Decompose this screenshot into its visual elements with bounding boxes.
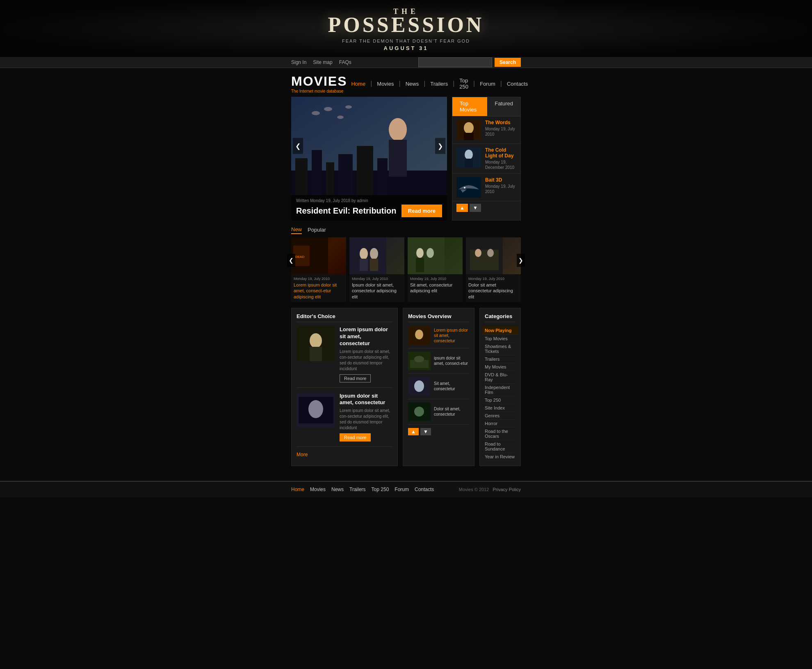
overview-arrow-up[interactable]: ▲ bbox=[408, 428, 419, 435]
nav-trailers[interactable]: Trailers bbox=[426, 79, 452, 89]
footer-top250[interactable]: Top 250 bbox=[372, 487, 389, 492]
ec-item-2: Ipsum dolor sit amet, consectetur Lorem … bbox=[297, 393, 392, 447]
movie-card-title-2[interactable]: Ipsum dolor sit amet, consectetur adipis… bbox=[352, 282, 402, 300]
side-movie-thumb-3 bbox=[456, 177, 481, 198]
side-movie-title-1[interactable]: The Words bbox=[485, 120, 516, 125]
cards-next-button[interactable]: ❯ bbox=[517, 254, 525, 267]
cat-item-genres[interactable]: Genres bbox=[485, 412, 515, 420]
categories: Categories Now Playing Top Movies Showti… bbox=[479, 308, 521, 466]
side-movie-title-2[interactable]: The Cold Light of Day bbox=[485, 147, 516, 159]
side-arrow-down[interactable]: ▼ bbox=[470, 204, 481, 212]
cat-item-year-review[interactable]: Year in Review bbox=[485, 453, 515, 461]
movies-overview: Movies Overview Lorem ipsum dolor sit am… bbox=[403, 308, 474, 466]
sitemap-link[interactable]: Site map bbox=[313, 59, 332, 65]
cat-item-top-movies[interactable]: Top Movies bbox=[485, 335, 515, 343]
nav-contacts[interactable]: Contacts bbox=[503, 79, 532, 89]
nav-sep-1: | bbox=[370, 80, 372, 87]
movie-card-2: Monday 19, July 2010 Ipsum dolor sit ame… bbox=[349, 237, 404, 302]
nav-news[interactable]: News bbox=[401, 79, 423, 89]
svg-rect-3 bbox=[312, 150, 322, 195]
svg-rect-34 bbox=[426, 258, 434, 272]
cat-item-indie[interactable]: Independent Film bbox=[485, 384, 515, 396]
movie-card-title-4[interactable]: Dolor sit amet consectetur adipiscing el… bbox=[468, 282, 518, 300]
slide-prev-button[interactable]: ❮ bbox=[293, 138, 303, 154]
nav-sep-6: | bbox=[500, 80, 502, 87]
cat-item-my-movies[interactable]: My Movies bbox=[485, 363, 515, 371]
movie-card-title-1[interactable]: Lorem ipsum dolor sit amet, consect-etur… bbox=[294, 282, 344, 300]
ec-read-more-2[interactable]: Read more bbox=[340, 433, 371, 441]
cat-item-dvd[interactable]: DVD & Blu-Ray bbox=[485, 371, 515, 384]
nav-movies[interactable]: Movies bbox=[373, 79, 398, 89]
movie-card-img-1: DEAD bbox=[291, 237, 346, 274]
svg-point-38 bbox=[487, 249, 494, 257]
nav-sep-2: | bbox=[399, 80, 401, 87]
cat-item-site-index[interactable]: Site Index bbox=[485, 404, 515, 412]
overview-title-3[interactable]: Sit amet, consectetur bbox=[434, 381, 469, 391]
overview-thumb-3 bbox=[408, 377, 431, 396]
cat-item-now-playing[interactable]: Now Playing bbox=[482, 326, 518, 335]
ec-read-more-1[interactable]: Read more bbox=[340, 374, 371, 382]
footer-contacts[interactable]: Contacts bbox=[415, 487, 434, 492]
cat-item-oscars[interactable]: Road to the Oscars bbox=[485, 428, 515, 440]
footer-forum[interactable]: Forum bbox=[395, 487, 409, 492]
nav-top250[interactable]: Top 250 bbox=[455, 76, 472, 91]
nav-forum[interactable]: Forum bbox=[476, 79, 500, 89]
movies-tab-new[interactable]: New bbox=[291, 225, 302, 234]
footer-trailers[interactable]: Trailers bbox=[349, 487, 366, 492]
cards-prev-button[interactable]: ❮ bbox=[287, 254, 295, 267]
svg-point-21 bbox=[464, 187, 465, 189]
card-art-4 bbox=[466, 237, 503, 274]
svg-rect-5 bbox=[338, 154, 353, 195]
footer-news[interactable]: News bbox=[331, 487, 344, 492]
ov-art-4 bbox=[408, 403, 431, 421]
svg-point-18 bbox=[465, 150, 473, 159]
signin-link[interactable]: Sign In bbox=[291, 59, 306, 65]
site-footer: Home Movies News Trailers Top 250 Forum … bbox=[0, 481, 812, 497]
search-input[interactable] bbox=[418, 57, 492, 67]
overview-item-4: Dolor sit amet, consectetur bbox=[408, 403, 469, 425]
cat-item-horror[interactable]: Horror bbox=[485, 420, 515, 428]
side-tab-top-movies[interactable]: Top Movies bbox=[452, 97, 487, 116]
svg-point-15 bbox=[464, 122, 474, 134]
overview-title-2[interactable]: ipsum dolor sit amet, consect-etur bbox=[434, 355, 469, 366]
svg-rect-33 bbox=[416, 258, 424, 272]
side-movie-info-3: Bait 3D Monday 19, July 2010 bbox=[485, 177, 516, 194]
ec-art-1 bbox=[297, 326, 335, 361]
ec-title-2: Ipsum dolor sit amet, consectetur bbox=[340, 393, 392, 407]
overview-title-1[interactable]: Lorem ipsum dolor sit amet, consectetur bbox=[434, 328, 469, 344]
svg-point-37 bbox=[475, 249, 481, 257]
svg-rect-7 bbox=[377, 158, 388, 195]
cat-item-top250[interactable]: Top 250 bbox=[485, 396, 515, 404]
slide-next-button[interactable]: ❯ bbox=[435, 138, 445, 154]
movies-tab-popular[interactable]: Popular bbox=[308, 226, 326, 234]
footer-home[interactable]: Home bbox=[291, 487, 304, 492]
overview-title-4[interactable]: Dolor sit amet, consectetur bbox=[434, 406, 469, 417]
cat-item-sundance[interactable]: Road to Sundance bbox=[485, 440, 515, 453]
more-link[interactable]: More bbox=[297, 452, 392, 457]
movies-row-header: New Popular bbox=[291, 225, 521, 234]
side-movie-title-3[interactable]: Bait 3D bbox=[485, 177, 516, 183]
svg-point-49 bbox=[414, 356, 424, 362]
top-bar: Sign In Site map FAQs Search bbox=[0, 57, 812, 68]
svg-point-13 bbox=[345, 105, 352, 109]
cat-item-showtimes[interactable]: Showtimes & Tickets bbox=[485, 343, 515, 355]
slide-footer: Resident Evil: Retribution Read more bbox=[296, 205, 442, 217]
faqs-link[interactable]: FAQs bbox=[339, 59, 351, 65]
editors-choice: Editor's Choice Lorem ipsum dolor sit am… bbox=[291, 308, 398, 466]
overview-item-1: Lorem ipsum dolor sit amet, consectetur bbox=[408, 326, 469, 348]
svg-point-46 bbox=[415, 330, 423, 339]
footer-copyright: Movies © 2012 bbox=[459, 487, 489, 492]
side-movie-info-1: The Words Monday 19, July 2010 bbox=[485, 120, 516, 137]
footer-privacy[interactable]: Privacy Policy bbox=[493, 487, 521, 492]
nav-home[interactable]: Home bbox=[347, 79, 370, 89]
hero-banner: THE POSSESSION FEAR THE DEMON THAT DOESN… bbox=[0, 0, 812, 57]
side-tab-featured[interactable]: Fatured bbox=[487, 97, 520, 116]
read-more-button[interactable]: Read more bbox=[401, 205, 442, 217]
side-arrow-up[interactable]: ▲ bbox=[456, 204, 468, 212]
cat-item-trailers[interactable]: Trailers bbox=[485, 355, 515, 363]
movie-card-title-3[interactable]: Sit amet, consectetur adipiscing elit bbox=[410, 282, 460, 294]
footer-movies[interactable]: Movies bbox=[310, 487, 326, 492]
movie-card-4: Monday 19, July 2010 Dolor sit amet cons… bbox=[466, 237, 521, 302]
search-button[interactable]: Search bbox=[495, 58, 521, 67]
overview-arrow-down[interactable]: ▼ bbox=[420, 428, 431, 435]
